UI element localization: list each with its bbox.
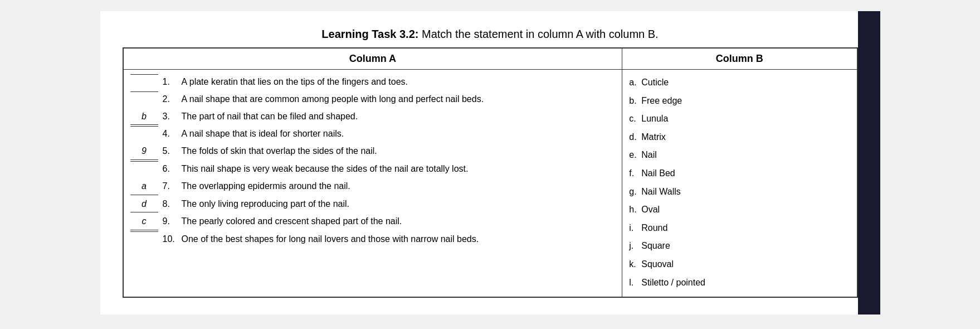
column-a-item: 1.A plate keratin that lies on the tips … — [130, 74, 616, 90]
b-item-text: Squoval — [641, 256, 674, 273]
page-container: Learning Task 3.2: Match the statement i… — [100, 11, 880, 315]
b-item-label: c. — [629, 110, 641, 127]
answer-blank — [130, 91, 158, 92]
item-text: This nail shape is very weak because the… — [182, 161, 616, 177]
item-number: 4. — [163, 126, 178, 142]
item-text: The pearly colored and crescent shaped p… — [182, 214, 616, 230]
item-text: A plate keratin that lies on the tips of… — [182, 74, 616, 90]
b-item-label: i. — [629, 220, 641, 236]
item-number: 1. — [163, 74, 178, 90]
column-a-item: d8.The only living reproducing part of t… — [130, 196, 616, 213]
b-item-label: d. — [629, 129, 641, 146]
b-item-label: l. — [629, 274, 641, 291]
column-b-item: d.Matrix — [629, 129, 850, 146]
b-item-label: k. — [629, 256, 641, 273]
item-text: A nail shape that are common among peopl… — [182, 91, 616, 108]
column-a-item: 10.One of the best shapes for long nail … — [130, 231, 616, 248]
item-number: 8. — [163, 196, 178, 212]
item-text: A nail shape that is ideal for shorter n… — [182, 126, 616, 142]
b-item-label: g. — [629, 183, 641, 200]
item-number: 10. — [163, 231, 178, 248]
column-b-item: f.Nail Bed — [629, 165, 850, 182]
answer-blank: a — [130, 178, 158, 195]
answer-blank: b — [130, 109, 158, 125]
b-item-text: Lunula — [641, 110, 668, 127]
item-number: 3. — [163, 109, 178, 125]
column-b-item: c.Lunula — [629, 110, 850, 127]
b-item-text: Cuticle — [641, 74, 669, 91]
b-item-label: f. — [629, 165, 641, 182]
column-b-item: j.Square — [629, 238, 850, 254]
b-item-text: Matrix — [641, 129, 666, 146]
column-b-list: a.Cuticleb.Free edgec.Lunulad.Matrixe.Na… — [629, 74, 850, 291]
answer-blank: c — [130, 214, 158, 230]
column-a-header: Column A — [123, 48, 622, 70]
b-item-text: Nail — [641, 147, 657, 163]
b-item-text: Oval — [641, 201, 660, 218]
column-b-item: a.Cuticle — [629, 74, 850, 91]
b-item-text: Free edge — [641, 93, 682, 109]
column-a-item: c9.The pearly colored and crescent shape… — [130, 214, 616, 230]
page-decoration — [858, 11, 880, 315]
column-a-item: 2.A nail shape that are common among peo… — [130, 91, 616, 108]
answer-blank: d — [130, 196, 158, 213]
b-item-label: b. — [629, 93, 641, 109]
item-text: The part of nail that can be filed and s… — [182, 109, 616, 125]
item-text: One of the best shapes for long nail lov… — [182, 231, 616, 248]
column-b-item: l.Stiletto / pointed — [629, 274, 850, 291]
b-item-text: Nail Bed — [641, 165, 675, 182]
column-a-item: 95.The folds of skin that overlap the si… — [130, 143, 616, 160]
item-text: The overlapping epidermis around the nai… — [182, 178, 616, 195]
column-b-item: i.Round — [629, 220, 850, 236]
column-a-content: 1.A plate keratin that lies on the tips … — [123, 70, 622, 298]
answer-blank — [130, 74, 158, 75]
b-item-text: Stiletto / pointed — [641, 274, 705, 291]
item-number: 6. — [163, 161, 178, 177]
column-b-content: a.Cuticleb.Free edgec.Lunulad.Matrixe.Na… — [622, 70, 857, 298]
answer-blank — [130, 231, 158, 232]
column-a-item: 4.A nail shape that is ideal for shorter… — [130, 126, 616, 142]
item-text: The only living reproducing part of the … — [182, 196, 616, 212]
column-b-item: h.Oval — [629, 201, 850, 218]
answer-blank — [130, 161, 158, 162]
column-b-item: b.Free edge — [629, 93, 850, 109]
b-item-text: Square — [641, 238, 670, 254]
item-text: The folds of skin that overlap the sides… — [182, 143, 616, 159]
answer-blank — [130, 126, 158, 127]
column-a-item: a7.The overlapping epidermis around the … — [130, 178, 616, 195]
answer-blank: 9 — [130, 143, 158, 160]
column-a-item: 6.This nail shape is very weak because t… — [130, 161, 616, 177]
item-number: 5. — [163, 143, 178, 159]
item-number: 9. — [163, 214, 178, 230]
column-b-header: Column B — [622, 48, 857, 70]
b-item-label: a. — [629, 74, 641, 91]
b-item-label: h. — [629, 201, 641, 218]
task-title: Learning Task 3.2: Match the statement i… — [123, 28, 858, 41]
column-a-items: 1.A plate keratin that lies on the tips … — [130, 74, 616, 248]
b-item-text: Round — [641, 220, 667, 236]
task-title-bold: Learning Task 3.2: — [321, 28, 418, 40]
column-b-item: k.Squoval — [629, 256, 850, 273]
column-b-item: e.Nail — [629, 147, 850, 163]
main-table: Column A Column B 1.A plate keratin that… — [123, 47, 858, 298]
column-b-item: g.Nail Walls — [629, 183, 850, 200]
item-number: 7. — [163, 178, 178, 195]
task-title-suffix: Match the statement in column A with col… — [422, 28, 659, 40]
column-a-item: b3.The part of nail that can be filed an… — [130, 109, 616, 125]
b-item-label: j. — [629, 238, 641, 254]
item-number: 2. — [163, 91, 178, 108]
b-item-text: Nail Walls — [641, 183, 681, 200]
b-item-label: e. — [629, 147, 641, 163]
